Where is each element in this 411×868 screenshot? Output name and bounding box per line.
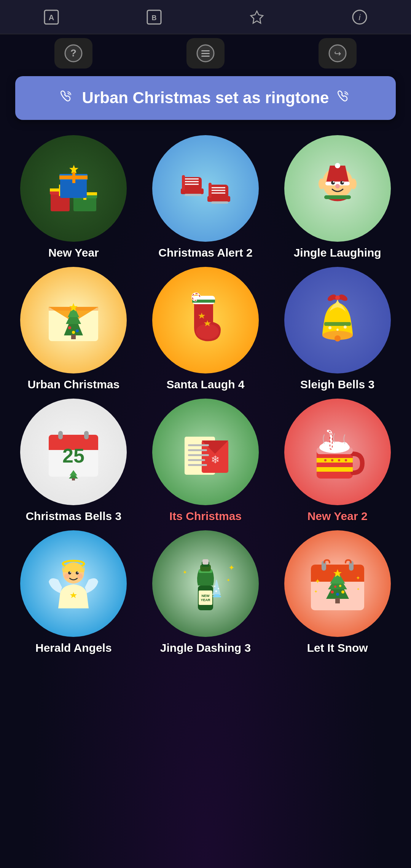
ringtone-item-its-christmas[interactable]: ❄ Its Christmas xyxy=(143,399,268,523)
ringtone-label-urban-christmas: Urban Christmas xyxy=(27,378,119,391)
svg-point-66 xyxy=(196,324,219,339)
svg-point-145 xyxy=(341,590,344,594)
ringtone-item-urban-christmas[interactable]: Urban Christmas xyxy=(11,267,136,391)
ringtone-item-new-year-2[interactable]: New Year 2 xyxy=(275,399,400,523)
ringtone-label-its-christmas: Its Christmas xyxy=(169,510,242,523)
toolbar-icon-favorites[interactable] xyxy=(245,6,268,29)
svg-text:NEW: NEW xyxy=(201,594,210,598)
toast-message: Urban Christmas set as ringtone xyxy=(82,88,329,108)
svg-rect-121 xyxy=(202,559,209,565)
ringtone-item-herald-angels[interactable]: Herald Angels xyxy=(11,530,136,654)
category-icon-menu[interactable] xyxy=(186,38,225,69)
svg-point-63 xyxy=(72,331,75,334)
ringtone-item-jingle-laughing[interactable]: Jingle Laughing xyxy=(275,135,400,259)
svg-point-77 xyxy=(336,329,339,331)
ringtone-item-new-year[interactable]: New Year xyxy=(11,135,136,259)
svg-point-46 xyxy=(340,181,344,185)
svg-rect-26 xyxy=(59,176,88,179)
svg-point-48 xyxy=(342,181,344,183)
ringtone-circle-new-year-2 xyxy=(284,399,391,505)
svg-point-129 xyxy=(214,586,215,587)
svg-rect-52 xyxy=(324,195,351,199)
svg-rect-59 xyxy=(71,335,76,339)
ringtone-label-christmas-bells-3: Christmas Bells 3 xyxy=(25,510,121,523)
svg-rect-93 xyxy=(188,454,209,456)
svg-rect-95 xyxy=(188,464,207,466)
svg-marker-4 xyxy=(251,11,263,23)
toast-notification: Urban Christmas set as ringtone xyxy=(15,76,396,120)
svg-point-128 xyxy=(218,588,219,589)
svg-text:✦: ✦ xyxy=(183,569,187,575)
ringtone-label-jingle-laughing: Jingle Laughing xyxy=(294,246,381,259)
ringtone-item-christmas-alert-2[interactable]: Christmas Alert 2 xyxy=(143,135,268,259)
svg-point-78 xyxy=(344,326,347,329)
svg-text:✦: ✦ xyxy=(226,578,230,583)
ringtone-item-let-it-snow[interactable]: ✦ ✦ ✦ ✦ Let It Snow xyxy=(275,530,400,654)
ringtone-circle-jingle-laughing xyxy=(284,135,391,242)
svg-point-76 xyxy=(328,326,331,329)
svg-rect-82 xyxy=(58,431,63,439)
svg-text:❄: ❄ xyxy=(210,454,219,466)
svg-point-144 xyxy=(336,593,339,596)
ringtone-circle-new-year xyxy=(20,135,127,242)
svg-point-62 xyxy=(76,329,79,332)
ringtone-label-new-year: New Year xyxy=(48,246,99,259)
svg-point-70 xyxy=(335,335,341,341)
svg-rect-35 xyxy=(209,185,228,198)
svg-point-143 xyxy=(331,590,334,594)
svg-text:✦: ✦ xyxy=(314,589,318,594)
ringtone-label-let-it-snow: Let It Snow xyxy=(307,641,368,654)
ringtone-label-jingle-dashing-3: Jingle Dashing 3 xyxy=(160,641,251,654)
svg-rect-75 xyxy=(324,322,351,326)
svg-point-101 xyxy=(324,459,327,461)
category-icon-share[interactable]: ↪ xyxy=(319,38,357,69)
svg-rect-10 xyxy=(201,50,210,51)
svg-rect-12 xyxy=(201,56,210,57)
svg-rect-141 xyxy=(335,598,340,603)
svg-text:✦: ✦ xyxy=(356,575,360,581)
svg-text:✦: ✦ xyxy=(228,563,235,572)
toolbar-icon-list[interactable]: B xyxy=(143,6,166,29)
svg-point-45 xyxy=(331,181,335,185)
ringtone-circle-its-christmas: ❄ xyxy=(152,399,259,505)
svg-point-44 xyxy=(335,163,340,168)
svg-text:B: B xyxy=(152,14,157,22)
svg-point-127 xyxy=(215,590,217,592)
svg-rect-83 xyxy=(84,431,89,439)
ringtone-item-santa-laugh-4[interactable]: Santa Laugh 4 xyxy=(143,267,268,391)
svg-point-104 xyxy=(345,459,347,461)
svg-point-47 xyxy=(333,181,335,183)
ringtone-circle-urban-christmas xyxy=(20,267,127,373)
ringtone-circle-jingle-dashing-3: NEW YEAR ✦ ✦ ✦ xyxy=(152,530,259,637)
svg-text:25: 25 xyxy=(62,445,84,467)
svg-point-146 xyxy=(334,586,336,588)
toolbar-icon-info[interactable]: i xyxy=(348,6,371,29)
svg-point-50 xyxy=(319,179,325,189)
svg-rect-31 xyxy=(182,175,185,190)
ringtone-item-sleigh-bells-3[interactable]: Sleigh Bells 3 xyxy=(275,267,400,391)
svg-point-51 xyxy=(350,179,357,189)
svg-point-147 xyxy=(339,585,341,587)
svg-rect-92 xyxy=(188,449,207,451)
svg-rect-11 xyxy=(201,53,210,54)
svg-point-61 xyxy=(68,326,71,329)
svg-rect-38 xyxy=(209,183,212,198)
svg-rect-94 xyxy=(188,459,205,461)
svg-rect-122 xyxy=(199,590,212,605)
toolbar: A B i xyxy=(0,0,411,34)
svg-rect-37 xyxy=(211,201,228,204)
svg-point-103 xyxy=(338,459,340,461)
ringtone-circle-herald-angels xyxy=(20,530,127,637)
category-icon-question[interactable]: ? xyxy=(54,38,92,69)
svg-rect-30 xyxy=(185,194,202,196)
ringtone-item-jingle-dashing-3[interactable]: NEW YEAR ✦ ✦ ✦ Jingle Dashing 3 xyxy=(143,530,268,654)
ringtone-label-herald-angels: Herald Angels xyxy=(35,641,112,654)
phone-right-icon xyxy=(336,89,352,107)
svg-rect-87 xyxy=(72,478,75,480)
svg-rect-100 xyxy=(317,467,353,472)
svg-point-112 xyxy=(70,571,71,573)
ringtone-item-christmas-bells-3[interactable]: 25 Christmas Bells 3 xyxy=(11,399,136,523)
svg-text:✦: ✦ xyxy=(315,578,320,585)
svg-point-74 xyxy=(335,295,340,300)
toolbar-icon-font[interactable]: A xyxy=(40,6,63,29)
